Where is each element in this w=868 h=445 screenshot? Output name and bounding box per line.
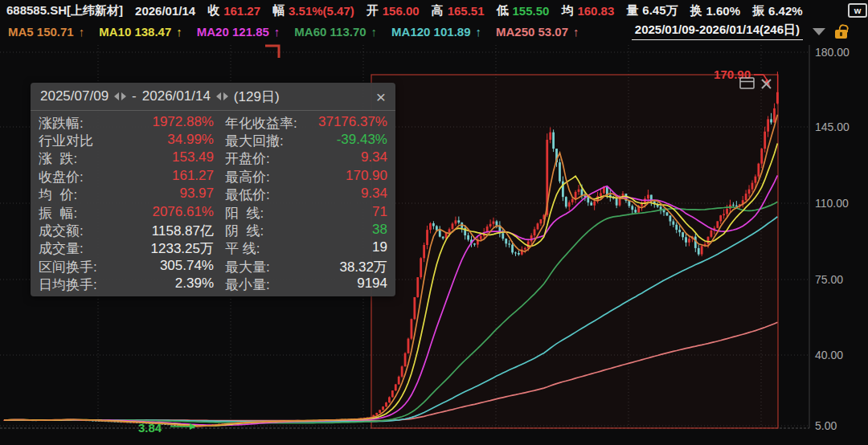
interval-selection-box[interactable] — [371, 75, 778, 428]
candle-body — [571, 199, 574, 202]
stats-cell-left: 涨跌幅:1972.88% — [39, 114, 225, 133]
candle-body — [631, 206, 633, 210]
candle-body — [552, 133, 555, 149]
quote-field: 高165.51 — [432, 3, 485, 18]
quote-field-value: 160.83 — [577, 4, 614, 18]
stats-cell-left: 均 价:93.97 — [39, 186, 225, 204]
candle-body — [726, 209, 728, 214]
ma-item-value: MA250 53.07 — [496, 25, 568, 39]
stats-cell-right: 最小量:9194 — [225, 276, 387, 294]
stats-cell-right: 开盘价:9.34 — [225, 149, 387, 168]
window-widget-icon[interactable]: w — [848, 3, 867, 18]
stats-cell-right: 年化收益率:37176.37% — [225, 114, 387, 133]
arrow-up-icon: ↑ — [475, 25, 481, 39]
high-price-label: 170.90 — [714, 67, 751, 81]
stat-value: -39.43% — [284, 132, 387, 150]
stat-label: 最大回撤: — [225, 132, 284, 150]
stat-label: 均 价: — [39, 186, 77, 204]
candle-body — [698, 248, 700, 255]
candle-body — [587, 197, 589, 202]
candle-body — [508, 243, 510, 244]
ma-item: MA10 138.47↑ — [99, 25, 182, 39]
y-axis-tick: 180.00 — [815, 46, 850, 59]
candle-body — [502, 233, 504, 239]
candle-body — [530, 235, 533, 241]
quote-field-value: 3.51%(5.47) — [289, 4, 354, 18]
low-price-label: 3.84 — [138, 421, 162, 435]
candle-body — [776, 92, 779, 104]
candle-body — [755, 177, 757, 183]
stats-end-date[interactable]: 2026/01/14 — [142, 88, 211, 104]
ma-item: MA60 113.70↑ — [294, 25, 377, 39]
stats-cell-right: 最大回撤:-39.43% — [225, 132, 387, 150]
ma-item-value: MA60 113.70 — [294, 25, 366, 39]
candle-body — [666, 212, 669, 215]
candle-body — [568, 202, 571, 206]
top-info-bar: 688585.SH[上纬新材] 2026/01/14 收161.27幅3.51%… — [0, 0, 868, 21]
candle-body — [524, 248, 526, 250]
candle-body — [473, 243, 476, 244]
stat-label: 行业对比 — [39, 132, 93, 150]
stat-label: 最大量: — [225, 258, 270, 276]
quote-field: 开156.00 — [366, 3, 420, 18]
arrow-up-icon: ↑ — [573, 25, 579, 39]
y-axis-tick: 145.00 — [815, 120, 850, 133]
y-axis-tick: 75.00 — [815, 273, 843, 286]
candle-body — [590, 202, 592, 206]
stats-row: 收盘价:161.27最高价:170.90 — [39, 168, 387, 186]
stat-label: 开盘价: — [225, 149, 270, 168]
range-selector-group: 2025/01/09-2026/01/14(246日) — [632, 22, 847, 40]
candle-body — [382, 406, 384, 410]
chevron-down-icon[interactable] — [813, 28, 825, 35]
stat-value: 305.74% — [97, 258, 214, 276]
stats-cell-left: 收盘价:161.27 — [39, 168, 225, 186]
start-date-stepper[interactable] — [114, 92, 126, 100]
stat-label: 最高价: — [225, 168, 270, 186]
candle-body — [732, 205, 735, 206]
stats-cell-right: 最高价:170.90 — [225, 168, 387, 186]
close-icon[interactable]: × — [376, 88, 386, 105]
candle-body — [395, 384, 397, 390]
step-forward-icon[interactable] — [121, 92, 126, 100]
candle-body — [379, 410, 381, 413]
candle-body — [439, 231, 441, 237]
unlock-icon[interactable] — [835, 30, 847, 39]
step-back-icon[interactable] — [114, 92, 119, 100]
quote-field: 收161.27 — [207, 3, 260, 18]
arrow-up-icon: ↑ — [176, 25, 182, 39]
candle-body — [685, 237, 687, 243]
candle-body — [549, 133, 551, 140]
candle-body — [452, 223, 454, 229]
stock-symbol: 688585.SH[上纬新材] — [6, 3, 123, 18]
candle-body — [559, 162, 561, 182]
y-axis-tick: 5.00 — [815, 419, 837, 432]
step-forward-icon[interactable] — [223, 92, 228, 100]
stat-value: 2076.61% — [77, 204, 214, 222]
stats-cell-left: 成交额:1158.87亿 — [39, 222, 225, 240]
step-back-icon[interactable] — [216, 92, 221, 100]
arrow-up-icon: ↑ — [79, 25, 85, 39]
quote-field-value: 161.27 — [223, 4, 260, 18]
stat-value: 1158.87亿 — [84, 222, 214, 240]
stats-cell-right: 最低价:9.34 — [225, 186, 387, 204]
stat-value: 2.39% — [97, 276, 214, 294]
stat-label: 阴 线: — [225, 222, 264, 240]
candle-body — [770, 119, 772, 122]
stats-start-date[interactable]: 2025/07/09 — [40, 88, 108, 104]
candle-body — [575, 192, 577, 199]
candle-body — [710, 231, 713, 237]
ma-legend-bar: MA5 150.71↑MA10 138.47↑MA20 121.85↑MA60 … — [0, 21, 868, 42]
candle-body — [735, 206, 738, 206]
candle-body — [391, 390, 394, 397]
stat-value: 34.99% — [93, 132, 214, 150]
stats-day-count: (129日) — [234, 88, 280, 106]
stat-value: 9.34 — [270, 186, 387, 204]
end-date-stepper[interactable] — [216, 92, 228, 100]
stat-label: 平 线: — [225, 239, 260, 258]
stats-cell-left: 行业对比34.99% — [39, 132, 225, 150]
candle-body — [593, 202, 596, 206]
candle-body — [480, 236, 482, 239]
candle-body — [411, 319, 413, 338]
visible-range-selector[interactable]: 2025/01/09-2026/01/14(246日) — [632, 22, 803, 40]
quote-date: 2026/01/14 — [135, 4, 195, 18]
